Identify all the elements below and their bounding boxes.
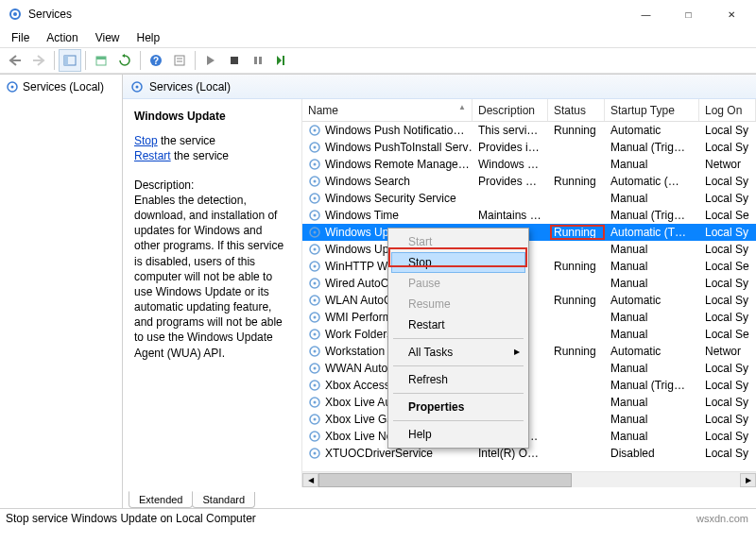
horizontal-scrollbar[interactable]: ◀ ▶	[302, 471, 756, 487]
service-logon-cell: Local Sy	[699, 447, 756, 460]
svg-point-46	[314, 350, 317, 353]
col-startup-type[interactable]: Startup Type	[605, 99, 699, 121]
service-row[interactable]: Windows TimeMaintains d…Manual (Trig…Loc…	[302, 207, 756, 224]
svg-rect-12	[254, 57, 257, 64]
svg-point-30	[314, 214, 317, 217]
service-row[interactable]: WMI PerformaManualLocal Sy	[302, 309, 756, 326]
service-row[interactable]: Windows Security ServiceManualLocal Sy	[302, 190, 756, 207]
service-row[interactable]: Xbox Live AutlManualLocal Sy	[302, 394, 756, 411]
svg-text:?: ?	[153, 56, 159, 66]
svg-point-20	[314, 129, 317, 132]
service-name-cell: Windows PushToInstall Serv…	[302, 141, 472, 154]
service-logon-cell: Local Sy	[699, 243, 756, 256]
col-name[interactable]: Name	[302, 99, 472, 121]
svg-point-34	[314, 248, 317, 251]
services-node-icon	[6, 80, 19, 93]
selected-service-name: Windows Update	[134, 109, 290, 124]
restart-service-link[interactable]: Restart	[134, 149, 171, 162]
ctx-stop[interactable]: Stop	[391, 252, 525, 273]
col-log-on[interactable]: Log On	[699, 99, 756, 121]
back-button[interactable]	[4, 49, 26, 72]
menu-file[interactable]: File	[4, 29, 37, 46]
menu-action[interactable]: Action	[39, 29, 85, 46]
service-row[interactable]: Wired AutoCoManualLocal Sy	[302, 275, 756, 292]
help-button[interactable]: ?	[145, 49, 167, 72]
service-logon-cell: Local Sy	[699, 379, 756, 392]
scroll-track[interactable]	[318, 473, 740, 487]
ctx-help[interactable]: Help	[391, 424, 525, 445]
service-row[interactable]: Windows Push Notificatio…This service …R…	[302, 122, 756, 139]
list-rows[interactable]: Windows Push Notificatio…This service …R…	[302, 122, 756, 471]
maximize-button[interactable]: □	[667, 1, 710, 27]
stop-service-link[interactable]: Stop	[134, 134, 158, 147]
service-startup-cell: Manual	[605, 192, 699, 205]
service-logon-cell: Local Sy	[699, 277, 756, 290]
restart-service-suffix: the service	[171, 149, 229, 162]
service-logon-cell: Local Sy	[699, 226, 756, 239]
service-startup-cell: Manual	[605, 260, 699, 273]
service-row[interactable]: Windows UpdManualLocal Sy	[302, 241, 756, 258]
svg-rect-5	[96, 57, 106, 59]
service-logon-cell: Local Sy	[699, 124, 756, 137]
service-startup-cell: Manual (Trig…	[605, 379, 699, 392]
service-row[interactable]: Xbox Live GanManualLocal Sy	[302, 411, 756, 428]
service-logon-cell: Networ	[699, 345, 756, 358]
start-service-button[interactable]	[199, 49, 222, 72]
service-logon-cell: Local Sy	[699, 294, 756, 307]
svg-rect-13	[259, 57, 262, 64]
scroll-right-button[interactable]: ▶	[740, 473, 756, 487]
watermark: wsxdn.com	[696, 513, 748, 524]
tab-standard[interactable]: Standard	[192, 492, 255, 508]
properties-button[interactable]	[168, 49, 191, 72]
service-startup-cell: Manual	[605, 277, 699, 290]
menu-view[interactable]: View	[88, 29, 128, 46]
pause-service-button[interactable]	[247, 49, 269, 72]
close-button[interactable]: ✕	[710, 1, 752, 27]
service-startup-cell: Manual	[605, 328, 699, 341]
service-row[interactable]: Windows SearchProvides co…RunningAutomat…	[302, 173, 756, 190]
toolbar: ?	[0, 47, 756, 74]
refresh-button[interactable]	[113, 49, 136, 72]
scroll-thumb[interactable]	[318, 473, 572, 487]
menu-help[interactable]: Help	[129, 29, 168, 46]
service-desc-cell: This service …	[472, 124, 548, 137]
ctx-restart[interactable]: Restart	[391, 314, 525, 335]
service-row[interactable]: WinHTTP WebRunningManualLocal Se	[302, 258, 756, 275]
svg-point-58	[314, 452, 317, 455]
stop-service-button[interactable]	[223, 49, 246, 72]
col-description[interactable]: Description	[472, 99, 548, 121]
service-row[interactable]: Xbox AccessorManual (Trig…Local Sy	[302, 377, 756, 394]
service-row[interactable]: Windows PushToInstall Serv…Provides inf……	[302, 139, 756, 156]
service-startup-cell: Manual	[605, 158, 699, 171]
list-header: Name Description Status Startup Type Log…	[302, 99, 756, 122]
export-list-button[interactable]	[90, 49, 112, 72]
svg-point-36	[314, 265, 317, 268]
service-row[interactable]: Work FoldersManualLocal Se	[302, 326, 756, 343]
restart-service-button[interactable]	[270, 49, 293, 72]
service-row[interactable]: Xbox Live Networking ServiceThis service…	[302, 428, 756, 445]
service-desc-cell: Provides co…	[472, 175, 548, 188]
service-name-cell: Windows Search	[302, 175, 472, 188]
service-row[interactable]: Windows Remote Manage…Windows R…ManualNe…	[302, 156, 756, 173]
tree-root-services-local[interactable]: Services (Local)	[2, 78, 120, 95]
service-row[interactable]: Windows UpdateRunningAutomatic (T…Local …	[302, 224, 756, 241]
service-row[interactable]: WWAN AutoCManualLocal Sy	[302, 360, 756, 377]
ctx-properties[interactable]: Properties	[391, 397, 525, 417]
minimize-button[interactable]: —	[625, 1, 667, 27]
service-startup-cell: Automatic	[605, 294, 699, 307]
svg-point-24	[314, 163, 317, 166]
service-startup-cell: Manual	[605, 311, 699, 324]
console-tree[interactable]: Services (Local)	[0, 75, 123, 508]
svg-point-22	[314, 146, 317, 149]
scroll-left-button[interactable]: ◀	[302, 473, 318, 487]
forward-button[interactable]	[27, 49, 50, 72]
ctx-all-tasks[interactable]: All Tasks	[391, 342, 525, 363]
service-row[interactable]: WLAN AutoCoRunningAutomaticLocal Sy	[302, 292, 756, 309]
service-startup-cell: Manual	[605, 396, 699, 409]
show-hide-tree-button[interactable]	[59, 49, 81, 72]
service-row[interactable]: WorkstationRunningAutomaticNetwor	[302, 343, 756, 360]
col-status[interactable]: Status	[548, 99, 605, 121]
ctx-refresh[interactable]: Refresh	[391, 369, 525, 390]
service-row[interactable]: XTUOCDriverServiceIntel(R) Ove…DisabledL…	[302, 445, 756, 462]
tab-extended[interactable]: Extended	[129, 491, 193, 508]
